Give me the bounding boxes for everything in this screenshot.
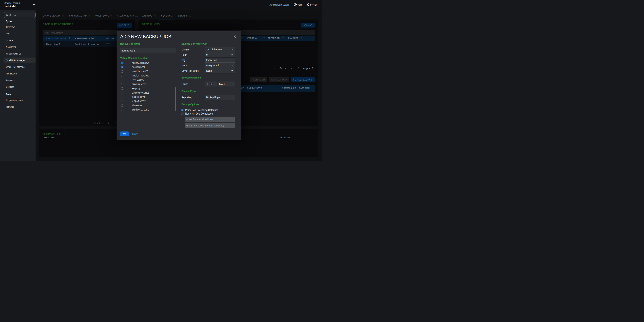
svg-text:?: ? xyxy=(295,4,296,5)
